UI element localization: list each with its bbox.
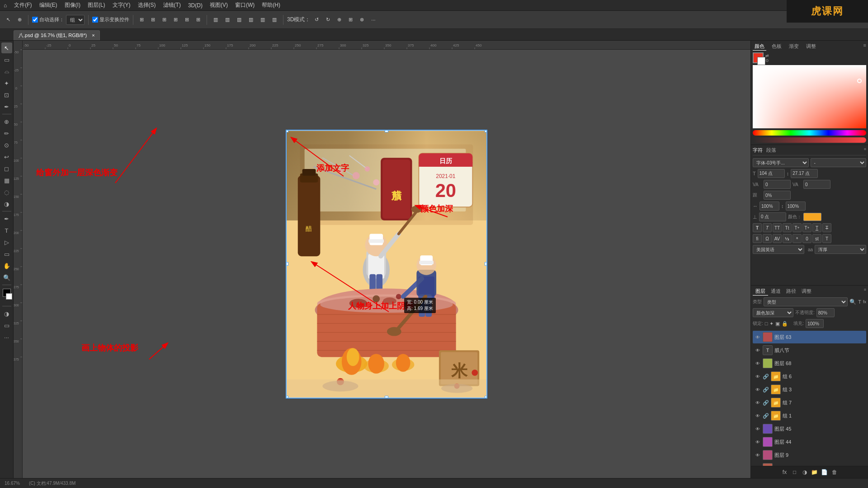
text-color-swatch[interactable]: [803, 213, 821, 221]
auto-select-checkbox[interactable]: [32, 17, 38, 23]
eraser-tool[interactable]: ◻: [1, 163, 12, 174]
brush-tool[interactable]: ✏: [1, 128, 12, 139]
oldstyle-btn[interactable]: 0: [802, 234, 811, 243]
eyedropper-tool[interactable]: ✒: [1, 101, 12, 112]
background-color[interactable]: [6, 293, 12, 300]
artboard[interactable]: 日历 2021·01 20 腊八节 醋: [286, 130, 487, 399]
history-brush-tool[interactable]: ↩: [1, 151, 12, 162]
panel-collapse-btn[interactable]: ≡: [863, 42, 866, 51]
layer-item-l11[interactable]: 👁图层 31: [753, 462, 866, 466]
tab-color[interactable]: 颜色: [753, 42, 766, 51]
type-tool[interactable]: T: [1, 225, 12, 236]
handle-top-right[interactable]: [485, 130, 487, 132]
leading-input[interactable]: [791, 169, 818, 178]
hue-slider[interactable]: [753, 130, 866, 136]
hand-tool[interactable]: ✋: [1, 260, 12, 271]
background-color-swatch[interactable]: [757, 57, 765, 65]
canvas-content[interactable]: 日历 2021·01 20 腊八节 醋: [23, 50, 750, 478]
fill-input[interactable]: [806, 319, 824, 328]
lock-icon-2[interactable]: ✦: [769, 321, 774, 327]
reset-colors-btn[interactable]: ⊙: [765, 58, 772, 63]
blend-mode-select[interactable]: 颜色加深: [753, 308, 793, 317]
3d-rotate-btn[interactable]: ↺: [312, 16, 321, 23]
layers-tab-adjustments[interactable]: 调整: [799, 287, 814, 296]
layer-mask-btn[interactable]: □: [790, 468, 799, 477]
layer-filter-type[interactable]: 类型: [764, 297, 848, 306]
distribute-top-btn[interactable]: ▥: [246, 16, 256, 23]
heal-tool[interactable]: ⊕: [1, 116, 12, 127]
char-tab-char[interactable]: 字符: [753, 147, 763, 154]
3d-pan-btn[interactable]: ⊕: [335, 16, 344, 23]
titling-btn[interactable]: T: [822, 234, 831, 243]
layer-item-l10[interactable]: 👁图层 9: [753, 449, 866, 461]
italic-btn[interactable]: T: [763, 223, 772, 232]
layer-visibility-l6[interactable]: 👁: [755, 399, 761, 406]
select-tool[interactable]: ▭: [1, 54, 12, 65]
layer-visibility-l10[interactable]: 👁: [755, 452, 761, 458]
layer-visibility-l3[interactable]: 👁: [755, 360, 761, 366]
dodge-tool[interactable]: ◑: [1, 198, 12, 209]
bold-btn[interactable]: T: [753, 223, 762, 232]
3d-slide-btn[interactable]: ⊞: [346, 16, 355, 23]
handle-bottom-right[interactable]: [485, 396, 487, 399]
small-caps-btn[interactable]: Tt: [783, 223, 792, 232]
zoom-tool[interactable]: 🔍: [1, 272, 12, 283]
color-spectrum[interactable]: [753, 65, 866, 128]
handle-bottom-left[interactable]: [286, 396, 288, 399]
lock-icon-4[interactable]: 🔒: [782, 321, 788, 327]
lock-icon-3[interactable]: ▣: [775, 321, 780, 327]
ligature-btn[interactable]: fi: [753, 234, 762, 243]
handle-mid-right[interactable]: [485, 262, 487, 266]
tab-pattern[interactable]: 调整: [804, 42, 818, 51]
layer-item-l9[interactable]: 👁图层 44: [753, 436, 866, 448]
distribute-center-v-btn[interactable]: ▥: [258, 16, 268, 23]
menu-item-window[interactable]: 窗口(W): [235, 1, 255, 9]
char-panel-menu-btn[interactable]: ≡: [864, 147, 866, 154]
layers-panel-menu-btn[interactable]: ≡: [864, 287, 866, 296]
strikethrough-btn[interactable]: T: [822, 223, 831, 232]
menu-item-filter[interactable]: 滤镜(T): [163, 1, 181, 9]
screen-mode-tool[interactable]: ▭: [1, 320, 12, 331]
foreground-color-swatch[interactable]: [753, 52, 764, 63]
language-select[interactable]: 美国英语: [753, 245, 804, 254]
distribute-right-btn[interactable]: ▥: [234, 16, 244, 23]
align-center-h-btn[interactable]: ⊞: [148, 16, 158, 23]
document-tab[interactable]: 八.psd @ 16.7% (组1, RGB/8*) ×: [14, 30, 100, 40]
selection-tool-btn[interactable]: ⊕: [15, 16, 24, 23]
layer-new-btn[interactable]: 📄: [820, 468, 829, 477]
align-bottom-btn[interactable]: ⊞: [193, 16, 203, 23]
layer-item-l7[interactable]: 👁🔗📁组 1: [753, 409, 866, 422]
more-tools-btn[interactable]: ···: [368, 16, 378, 23]
va2-input[interactable]: [803, 180, 830, 189]
move-tool[interactable]: ↖: [1, 42, 12, 53]
tab-color-board[interactable]: 色板: [770, 42, 783, 51]
lock-icon-1[interactable]: □: [765, 321, 768, 326]
pen-tool[interactable]: ✒: [1, 213, 12, 224]
fraction-btn[interactable]: ⅓: [783, 234, 792, 243]
layer-item-l3[interactable]: 👁图层 68: [753, 357, 866, 370]
layer-item-l6[interactable]: 👁🔗📁组 7: [753, 396, 866, 409]
layer-visibility-l7[interactable]: 👁: [755, 413, 761, 419]
menu-item-image[interactable]: 图像(I): [65, 1, 80, 9]
lasso-tool[interactable]: ⌓: [1, 66, 12, 77]
caps-btn[interactable]: TT: [773, 223, 782, 232]
align-center-v-btn[interactable]: ⊞: [182, 16, 192, 23]
align-top-btn[interactable]: ⊞: [171, 16, 180, 23]
3d-roll-btn[interactable]: ↻: [323, 16, 333, 23]
layers-tab-paths[interactable]: 路径: [783, 287, 799, 296]
menu-item-select[interactable]: 选择(S): [138, 1, 156, 9]
distribute-center-h-btn[interactable]: ▥: [222, 16, 232, 23]
font-size-input[interactable]: [758, 169, 785, 178]
layer-item-l5[interactable]: 👁🔗📁组 3: [753, 383, 866, 396]
layer-delete-btn[interactable]: 🗑: [830, 468, 839, 477]
layers-tab-channels[interactable]: 通道: [768, 287, 783, 296]
align-right-btn[interactable]: ⊞: [160, 16, 169, 23]
swap-colors-btn[interactable]: ⇌: [765, 53, 772, 58]
sub-btn[interactable]: T+: [802, 223, 811, 232]
menu-item-3d[interactable]: 3D(D): [188, 2, 203, 9]
blur-tool[interactable]: ◌: [1, 187, 12, 197]
magic-wand-tool[interactable]: ✦: [1, 78, 12, 89]
distribute-left-btn[interactable]: ▥: [211, 16, 221, 23]
tab-gradient[interactable]: 渐变: [787, 42, 801, 51]
layer-visibility-l5[interactable]: 👁: [755, 386, 761, 393]
